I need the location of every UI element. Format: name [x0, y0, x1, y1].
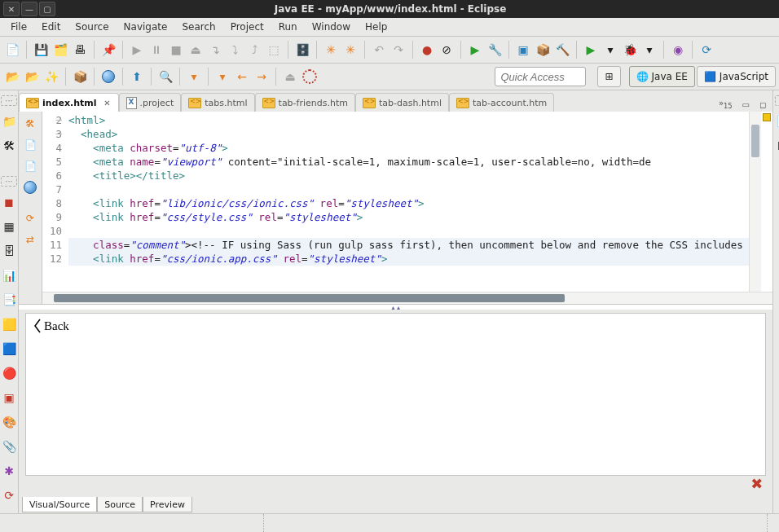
- code-content[interactable]: <html> <head> <meta charset="utf-8"> <me…: [65, 112, 749, 292]
- annotation-prev-icon[interactable]: ▾: [185, 68, 203, 86]
- outline-view-icon[interactable]: 📄: [21, 136, 39, 154]
- git-icon[interactable]: ✱: [0, 462, 18, 480]
- outline-icon[interactable]: 📑: [773, 112, 779, 130]
- drop-to-frame-icon[interactable]: ⬚: [265, 41, 283, 59]
- tab-tab-dash[interactable]: tab-dash.html: [355, 93, 449, 112]
- servers-icon[interactable]: 🗄: [0, 242, 18, 260]
- step-into-icon[interactable]: ↴: [206, 41, 224, 59]
- quick-access-input[interactable]: [495, 67, 586, 86]
- menu-run[interactable]: Run: [271, 20, 305, 34]
- search-icon[interactable]: 🔍: [156, 68, 174, 86]
- minimized-view-stub-left-1[interactable]: ···: [1, 95, 17, 106]
- new-wizard-2-icon[interactable]: ✳: [341, 41, 359, 59]
- terminate-icon[interactable]: ■: [167, 41, 185, 59]
- preview-close-icon[interactable]: ✖: [750, 475, 763, 492]
- close-icon[interactable]: ✕: [3, 2, 20, 16]
- open-folder-2-icon[interactable]: 📂: [23, 68, 41, 86]
- markers-icon[interactable]: ◼: [0, 193, 18, 211]
- horizontal-scroll-thumb[interactable]: [54, 294, 565, 302]
- globe-view-icon[interactable]: [21, 178, 39, 196]
- js-view-icon[interactable]: 🟨: [0, 315, 18, 333]
- menu-window[interactable]: Window: [305, 20, 358, 34]
- tab-project[interactable]: .project: [119, 93, 182, 112]
- tab-index-html[interactable]: index.html: [19, 93, 119, 112]
- tab-visual-source[interactable]: Visual/Source: [22, 497, 97, 512]
- save-all-icon[interactable]: 🗂️: [51, 41, 69, 59]
- tab-tabs-html[interactable]: tabs.html: [181, 93, 254, 112]
- tab-tab-friends[interactable]: tab-friends.htm: [255, 93, 355, 112]
- run-config-dropdown-icon[interactable]: ▾: [601, 41, 619, 59]
- open-folder-icon[interactable]: 📂: [3, 68, 21, 86]
- tools-icon[interactable]: 🛠: [0, 137, 18, 155]
- nav-up-icon[interactable]: ⬆: [128, 68, 146, 86]
- team-sync-icon[interactable]: ⟳: [698, 41, 715, 59]
- preview-back-link[interactable]: Back: [34, 319, 69, 333]
- snippets-icon[interactable]: 📑: [0, 291, 18, 309]
- project-explorer-icon[interactable]: 📁: [0, 112, 18, 130]
- stop-build-icon[interactable]: ⏏: [281, 68, 299, 86]
- new-wizard-icon[interactable]: ✳: [322, 41, 340, 59]
- suspend-icon[interactable]: ⏸: [147, 41, 165, 59]
- run-ant-icon[interactable]: 🔨: [553, 41, 571, 59]
- minimized-view-stub-right[interactable]: ···: [775, 95, 779, 106]
- web-browser-icon[interactable]: [99, 68, 117, 86]
- package-icon[interactable]: 📦: [534, 41, 552, 59]
- wizard-icon[interactable]: ✨: [42, 68, 60, 86]
- debug-dropdown-icon[interactable]: 🐞: [621, 41, 639, 59]
- print-icon[interactable]: 🖶: [71, 41, 89, 59]
- skip-breakpoints-icon[interactable]: ⊘: [438, 41, 456, 59]
- menu-edit[interactable]: Edit: [34, 20, 68, 34]
- vertical-scrollbar[interactable]: [749, 112, 761, 292]
- jax-icon[interactable]: 📎: [0, 437, 18, 455]
- new-icon[interactable]: 📄: [3, 41, 21, 59]
- menu-file[interactable]: File: [3, 20, 34, 34]
- resume-icon[interactable]: ▶: [128, 41, 146, 59]
- console-icon[interactable]: ▣: [0, 389, 18, 407]
- palette-view-icon[interactable]: 🛠: [21, 115, 39, 133]
- new-server-icon[interactable]: 🗄️: [293, 41, 311, 59]
- tab-close-icon[interactable]: [103, 99, 112, 107]
- open-type-icon[interactable]: ▣: [514, 41, 532, 59]
- minimize-editor-icon[interactable]: ▭: [741, 99, 751, 111]
- open-perspective-button[interactable]: ⊞: [597, 66, 620, 87]
- menu-search[interactable]: Search: [174, 20, 222, 34]
- vertical-scroll-thumb[interactable]: [751, 125, 759, 157]
- preview-viewport[interactable]: Back: [25, 313, 766, 476]
- progress-icon[interactable]: [301, 68, 319, 86]
- step-over-icon[interactable]: ⤵: [226, 41, 244, 59]
- back-history-icon[interactable]: ←: [233, 68, 251, 86]
- run-dropdown-icon[interactable]: ▶: [582, 41, 600, 59]
- open-task-icon[interactable]: ◉: [669, 41, 687, 59]
- maximize-icon[interactable]: ▢: [39, 2, 55, 16]
- horizontal-scrollbar[interactable]: [42, 292, 772, 304]
- undo-icon[interactable]: ↶: [370, 41, 388, 59]
- menu-navigate[interactable]: Navigate: [117, 20, 175, 34]
- task-list-icon[interactable]: ☑: [773, 137, 779, 155]
- run-icon[interactable]: ▶: [466, 41, 484, 59]
- pin-icon[interactable]: 📌: [99, 41, 117, 59]
- minimized-view-stub-left-2[interactable]: ···: [1, 176, 17, 187]
- tab-source[interactable]: Source: [97, 497, 143, 512]
- forward-history-icon[interactable]: →: [253, 68, 271, 86]
- step-return-icon[interactable]: ⤴: [245, 41, 263, 59]
- menu-project[interactable]: Project: [223, 20, 271, 34]
- css-view-icon[interactable]: 🟦: [0, 340, 18, 358]
- nav-editor-icon[interactable]: ⇄: [21, 231, 39, 248]
- save-icon[interactable]: 💾: [32, 41, 50, 59]
- debug-config-dropdown-icon[interactable]: ▾: [640, 41, 658, 59]
- annotation-next-icon[interactable]: ▾: [213, 68, 231, 86]
- tab-tab-account[interactable]: tab-account.htm: [449, 93, 554, 112]
- menu-source[interactable]: Source: [68, 20, 116, 34]
- refresh-editor-icon[interactable]: ⟳: [21, 209, 39, 227]
- minimize-icon[interactable]: —: [21, 2, 37, 16]
- tab-preview[interactable]: Preview: [143, 497, 192, 512]
- html-view-icon[interactable]: 📄: [21, 157, 39, 175]
- perspective-javascript[interactable]: 🟦JavaScript: [697, 66, 776, 87]
- redo-icon[interactable]: ↷: [390, 41, 407, 59]
- data-source-icon[interactable]: 📊: [0, 266, 18, 284]
- refresh-icon[interactable]: ⟳: [0, 486, 18, 504]
- maximize-editor-icon[interactable]: ◻: [758, 99, 768, 111]
- add-breakpoint-icon[interactable]: ●: [418, 41, 436, 59]
- tab-overflow-button[interactable]: »15: [717, 97, 734, 112]
- overview-marker-icon[interactable]: [763, 113, 771, 121]
